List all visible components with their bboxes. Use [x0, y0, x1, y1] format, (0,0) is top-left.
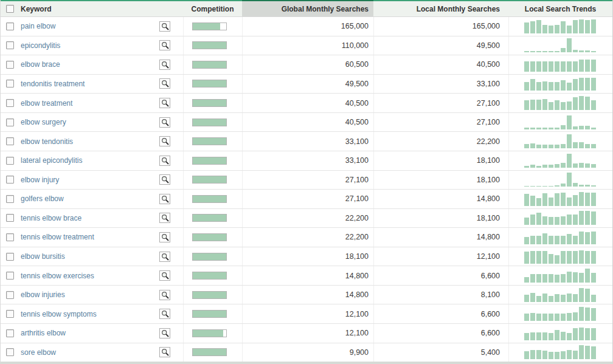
- keyword-cell: tendonitis treatment: [19, 75, 183, 94]
- search-keyword-button[interactable]: [159, 232, 170, 242]
- trend-bar: [542, 165, 547, 168]
- magnifier-icon: [161, 214, 169, 222]
- keyword-link[interactable]: tennis elbow symptoms: [21, 310, 97, 318]
- trend-bar: [542, 193, 547, 206]
- keyword-link[interactable]: lateral epicondylitis: [21, 156, 82, 165]
- row-checkbox[interactable]: [6, 195, 14, 203]
- keyword-link[interactable]: elbow injuries: [21, 290, 65, 299]
- keyword-link[interactable]: elbow tendonitis: [21, 137, 73, 146]
- trend-bar: [524, 61, 529, 72]
- row-checkbox[interactable]: [6, 99, 14, 107]
- search-keyword-button[interactable]: [159, 78, 170, 89]
- row-checkbox[interactable]: [6, 61, 14, 69]
- row-select-cell: [1, 55, 19, 74]
- magnifier-icon: [161, 253, 169, 261]
- header-keyword[interactable]: Keyword: [19, 0, 183, 16]
- search-keyword-button[interactable]: [159, 290, 170, 300]
- trend-bar: [591, 60, 596, 72]
- keyword-link[interactable]: elbow injury: [21, 176, 59, 184]
- row-checkbox[interactable]: [6, 233, 14, 241]
- search-keyword-button[interactable]: [159, 309, 170, 319]
- trend-cell: [508, 17, 612, 36]
- trend-bar: [536, 51, 541, 52]
- search-keyword-button[interactable]: [159, 117, 170, 128]
- trend-bar: [573, 79, 578, 91]
- header-local-monthly-searches[interactable]: Local Monthly Searches: [373, 0, 508, 16]
- header-global-monthly-searches[interactable]: Global Monthly Searches: [242, 0, 373, 16]
- trend-bar: [573, 183, 578, 187]
- search-keyword-button[interactable]: [159, 136, 170, 146]
- search-keyword-button[interactable]: [159, 40, 170, 50]
- search-keyword-button[interactable]: [159, 98, 170, 108]
- header-trends-label: Local Search Trends: [525, 5, 596, 13]
- table-header-row: Keyword Competition Global Monthly Searc…: [1, 0, 612, 17]
- local-search-trend-sparkline: [524, 211, 597, 225]
- trend-bar: [579, 345, 584, 359]
- row-checkbox[interactable]: [6, 291, 14, 299]
- search-keyword-button[interactable]: [159, 252, 170, 262]
- row-checkbox[interactable]: [6, 176, 14, 184]
- row-checkbox[interactable]: [6, 272, 14, 280]
- competition-cell: [183, 343, 242, 362]
- table-row: elbow brace 60,500 40,500: [1, 55, 612, 75]
- row-checkbox[interactable]: [6, 118, 14, 126]
- select-all-checkbox[interactable]: [6, 5, 14, 13]
- row-checkbox[interactable]: [6, 41, 14, 49]
- row-checkbox[interactable]: [6, 157, 14, 165]
- trend-bar: [549, 186, 553, 187]
- competition-cell: [183, 171, 242, 190]
- row-checkbox[interactable]: [6, 137, 14, 145]
- keyword-link[interactable]: tennis elbow exercises: [21, 272, 94, 280]
- search-keyword-button[interactable]: [159, 174, 170, 185]
- trend-bar: [579, 307, 584, 321]
- magnifier-icon: [161, 137, 169, 145]
- trend-cell: [508, 132, 612, 151]
- keyword-link[interactable]: sore elbow: [21, 348, 56, 357]
- search-keyword-button[interactable]: [159, 156, 170, 166]
- trend-bar: [567, 272, 572, 283]
- trend-bar: [524, 194, 529, 206]
- keyword-link[interactable]: epicondylitis: [21, 41, 60, 50]
- row-checkbox[interactable]: [6, 253, 14, 261]
- search-keyword-button[interactable]: [159, 194, 170, 204]
- row-checkbox[interactable]: [6, 22, 14, 30]
- keyword-link[interactable]: elbow treatment: [21, 99, 72, 108]
- trend-bar: [542, 51, 547, 52]
- row-select-cell: [1, 113, 19, 132]
- competition-bar-fill: [193, 349, 226, 355]
- header-local-search-trends[interactable]: Local Search Trends: [508, 0, 612, 16]
- trend-bar: [555, 25, 559, 33]
- row-checkbox[interactable]: [6, 329, 14, 337]
- keyword-link[interactable]: elbow bursitis: [21, 252, 65, 261]
- keyword-link[interactable]: tennis elbow brace: [21, 214, 81, 222]
- trend-bar: [585, 307, 590, 321]
- search-keyword-button[interactable]: [159, 347, 170, 357]
- row-select-cell: [1, 190, 19, 208]
- keyword-link[interactable]: tendonitis treatment: [21, 80, 85, 88]
- search-keyword-button[interactable]: [159, 328, 170, 338]
- search-keyword-button[interactable]: [159, 21, 170, 32]
- competition-bar-fill: [193, 234, 226, 241]
- search-keyword-button[interactable]: [159, 270, 170, 281]
- header-competition[interactable]: Competition: [183, 0, 242, 16]
- keyword-link[interactable]: elbow brace: [21, 60, 60, 69]
- row-checkbox[interactable]: [6, 80, 14, 88]
- keyword-link[interactable]: pain elbow: [21, 22, 55, 30]
- trend-bar: [549, 165, 553, 168]
- row-checkbox[interactable]: [6, 214, 14, 222]
- row-checkbox[interactable]: [6, 348, 14, 356]
- row-checkbox[interactable]: [6, 310, 14, 318]
- keyword-link[interactable]: golfers elbow: [21, 194, 64, 203]
- row-select-cell: [1, 304, 19, 323]
- search-keyword-button[interactable]: [159, 60, 170, 70]
- trend-bar: [567, 173, 572, 187]
- keyword-link[interactable]: tennis elbow treatment: [21, 233, 94, 241]
- trend-bar: [561, 184, 566, 187]
- trend-bar: [542, 99, 547, 110]
- trend-bar: [555, 100, 559, 110]
- search-keyword-button[interactable]: [159, 213, 170, 223]
- local-monthly-searches-value: 22,200: [373, 132, 508, 151]
- trend-cell: [508, 190, 612, 208]
- keyword-link[interactable]: arthritis elbow: [21, 329, 66, 337]
- keyword-link[interactable]: elbow surgery: [21, 118, 66, 126]
